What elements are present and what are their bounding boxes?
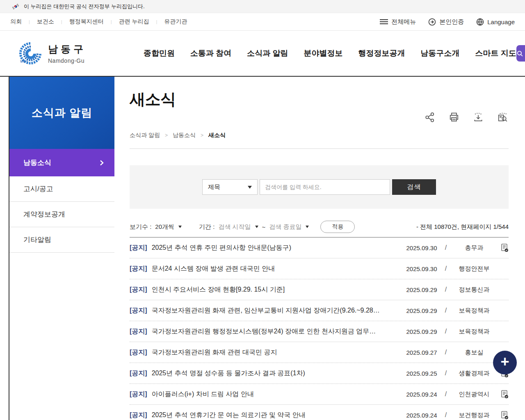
notice-title-link[interactable]: 인천시 주요서비스 장애 현황[9.29. 15시 기준] bbox=[152, 285, 404, 294]
notice-title-link[interactable]: 2025년 추석 명절 성수품 등 물가조사 결과 공표(1차) bbox=[152, 369, 404, 378]
notice-department: 보육정책과 bbox=[453, 307, 495, 315]
logo-subtitle: Namdong-Gu bbox=[48, 57, 86, 64]
sidebar-menu-item[interactable]: 계약정보공개 bbox=[9, 202, 114, 227]
search-keyword-input[interactable] bbox=[260, 179, 390, 195]
globe-icon bbox=[476, 18, 484, 26]
notice-separator: / bbox=[439, 370, 453, 377]
official-banner: 이 누리집은 대한민국 공식 전자정부 누리집입니다. bbox=[0, 0, 525, 13]
notice-row[interactable]: [공지] 국자정보자원관리원 화재 관련, 임산부교통비 지원사업 장애기간(9… bbox=[130, 300, 509, 321]
attachment-icon bbox=[495, 411, 509, 420]
all-menu-label: 전체메뉴 bbox=[391, 18, 416, 26]
breadcrumb-item[interactable]: 남동소식 bbox=[173, 132, 196, 139]
sidebar-menu-item[interactable]: 남동소식 bbox=[9, 149, 114, 176]
breadcrumb-item[interactable]: 소식과 알림 bbox=[130, 132, 160, 139]
notice-separator: / bbox=[439, 328, 453, 335]
notice-row[interactable]: [공지] 인천시 주요서비스 장애 현황[9.29. 15시 기준] 2025.… bbox=[130, 279, 509, 300]
notice-separator: / bbox=[439, 244, 453, 251]
notice-title-link[interactable]: 2025년 추석 연휴기간 문 여는 의료기관 및 약국 안내 bbox=[152, 411, 404, 420]
notice-title-link[interactable]: 2025년 추석 연휴 주민 편의사항 안내문(남동구) bbox=[152, 244, 404, 252]
notice-list: [공지] 2025년 추석 연휴 주민 편의사항 안내문(남동구) 2025.0… bbox=[130, 237, 509, 420]
attachment-icon bbox=[495, 244, 509, 252]
identity-verify-button[interactable]: 본인인증 bbox=[428, 18, 464, 26]
attachment-icon bbox=[495, 285, 509, 294]
download-icon[interactable] bbox=[473, 112, 484, 123]
utility-link[interactable]: 의회 bbox=[10, 18, 29, 25]
notice-row[interactable]: [공지] 문서24 시스템 장애 발생 관련 대국민 안내 2025.09.30… bbox=[130, 258, 509, 279]
notice-row[interactable]: [공지] 2025년 추석 연휴 주민 편의사항 안내문(남동구) 2025.0… bbox=[130, 237, 509, 258]
date-range-separator: ~ bbox=[262, 224, 266, 231]
notice-date: 2025.09.29 bbox=[404, 286, 439, 293]
notice-separator: / bbox=[439, 411, 453, 419]
notice-title-link[interactable]: 아이플러스(i+) 차비 드림 사업 안내 bbox=[152, 390, 404, 399]
notice-badge: [공지] bbox=[130, 348, 147, 357]
notice-badge: [공지] bbox=[130, 369, 147, 378]
main-nav-item[interactable]: 소통과 참여 bbox=[190, 48, 231, 59]
per-page-select[interactable]: 20개씩 bbox=[155, 223, 182, 231]
page-actions bbox=[425, 112, 508, 123]
share-icon[interactable] bbox=[425, 112, 435, 123]
notice-date: 2025.09.29 bbox=[404, 328, 439, 335]
notice-badge: [공지] bbox=[130, 390, 147, 399]
notice-department: 정보통신과 bbox=[453, 286, 495, 294]
main-nav: 종합민원소통과 참여소식과 알림분야별정보행정정보공개남동구소개스마트 지도 bbox=[144, 48, 516, 59]
hamburger-menu-icon bbox=[380, 19, 388, 25]
notice-row[interactable]: [공지] 국가정보자원관리원 행정정보시스템(정부24) 장애로 인한 천사지원… bbox=[130, 321, 509, 342]
notice-title-link[interactable]: 국자정보자원관리원 화재 관련, 임산부교통비 지원사업 장애기간(9.26.~… bbox=[152, 306, 404, 315]
utility-link[interactable]: 보건소 bbox=[30, 18, 61, 25]
notice-title-link[interactable]: 국가정보자원관리원 행정정보시스템(정부24) 장애로 인한 천사지원금 업무… bbox=[152, 327, 404, 336]
sidebar-menu-item[interactable]: 기타알림 bbox=[9, 227, 114, 253]
attachment-icon bbox=[495, 306, 509, 315]
breadcrumb-item[interactable]: 새소식 bbox=[208, 132, 226, 139]
start-date-value: 검색 시작일 bbox=[218, 223, 251, 231]
notice-row[interactable]: [공지] 아이플러스(i+) 차비 드림 사업 안내 2025.09.24 / … bbox=[130, 384, 509, 405]
per-page-label: 보기수 : bbox=[130, 223, 151, 231]
notice-department: 보건행정과 bbox=[453, 411, 495, 419]
utility-link[interactable]: 관련 누리집 bbox=[112, 18, 156, 25]
quick-menu-fab[interactable]: + bbox=[493, 351, 517, 374]
header-search-button[interactable]: 검색 bbox=[516, 45, 525, 62]
main-nav-item[interactable]: 행정정보공개 bbox=[358, 48, 405, 59]
site-header: 남동구 남동구 Namdong-Gu 종합민원소통과 참여소식과 알림분야별정보… bbox=[0, 31, 525, 76]
per-page-value: 20개씩 bbox=[155, 223, 174, 231]
zoom-document-icon[interactable] bbox=[497, 112, 508, 123]
attachment-icon bbox=[495, 265, 509, 273]
site-logo[interactable]: 남동구 남동구 Namdong-Gu bbox=[18, 41, 113, 65]
main-nav-item[interactable]: 스마트 지도 bbox=[475, 48, 516, 59]
main-nav-item[interactable]: 소식과 알림 bbox=[247, 48, 288, 59]
all-menu-button[interactable]: 전체메뉴 bbox=[380, 18, 416, 26]
notice-badge: [공지] bbox=[130, 265, 147, 273]
main-nav-item[interactable]: 종합민원 bbox=[144, 48, 175, 59]
end-date-select[interactable]: 검색 종료일 bbox=[269, 223, 309, 231]
search-category-select[interactable]: 제목 bbox=[202, 179, 258, 195]
sidebar-menu-item[interactable]: 고시/공고 bbox=[9, 176, 114, 202]
period-label: 기간 : bbox=[199, 223, 215, 231]
utility-link[interactable]: 행정복지센터 bbox=[62, 18, 111, 25]
notice-row[interactable]: [공지] 2025년 추석 연휴기간 문 여는 의료기관 및 약국 안내 202… bbox=[130, 405, 509, 420]
search-submit-button[interactable]: 검색 bbox=[392, 179, 436, 195]
notice-department: 총무과 bbox=[453, 244, 495, 252]
apply-button[interactable]: 적용 bbox=[320, 221, 355, 233]
dropdown-arrow-icon bbox=[178, 226, 182, 228]
start-date-select[interactable]: 검색 시작일 bbox=[218, 223, 258, 231]
notice-department: 생활경제과 bbox=[453, 370, 495, 377]
utility-link[interactable]: 유관기관 bbox=[157, 18, 194, 25]
notice-separator: / bbox=[439, 390, 453, 398]
language-button[interactable]: Language bbox=[476, 18, 515, 26]
notice-row[interactable]: [공지] 2025년 추석 명절 성수품 등 물가조사 결과 공표(1차) 20… bbox=[130, 363, 509, 384]
main-nav-item[interactable]: 분야별정보 bbox=[304, 48, 343, 59]
notice-badge: [공지] bbox=[130, 285, 147, 294]
notice-date: 2025.09.24 bbox=[404, 412, 439, 419]
period-control: 기간 : 검색 시작일 ~ 검색 종료일 bbox=[199, 223, 309, 231]
search-category-value: 제목 bbox=[208, 183, 220, 191]
notice-separator: / bbox=[439, 286, 453, 293]
print-icon[interactable] bbox=[449, 112, 459, 123]
notice-date: 2025.09.24 bbox=[404, 391, 439, 398]
notice-title-link[interactable]: 문서24 시스템 장애 발생 관련 대국민 안내 bbox=[152, 265, 404, 273]
notice-title-link[interactable]: 국가정보자원관리원 화재 관련 대국민 공지 bbox=[152, 348, 404, 357]
main-nav-item[interactable]: 남동구소개 bbox=[421, 48, 460, 59]
notice-row[interactable]: [공지] 국가정보자원관리원 화재 관련 대국민 공지 2025.09.27 /… bbox=[130, 342, 509, 363]
notice-badge: [공지] bbox=[130, 411, 147, 420]
sidebar: 소식과 알림 남동소식 고시/공고 계약정보공개 기타알림 bbox=[9, 77, 114, 253]
search-icon bbox=[516, 50, 523, 57]
notice-date: 2025.09.25 bbox=[404, 370, 439, 377]
